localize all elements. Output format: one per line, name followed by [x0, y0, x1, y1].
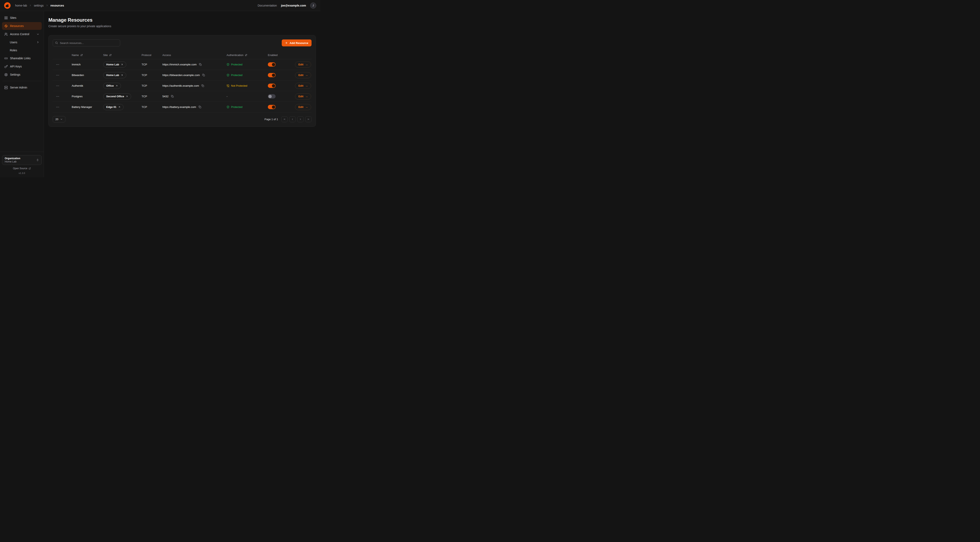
column-header-name[interactable]: Name [72, 54, 83, 57]
chevron-right-icon [37, 41, 40, 44]
resource-access: https://immich.example.com [162, 63, 197, 66]
main-content: Manage Resources Create secure proxies t… [44, 11, 320, 177]
chevron-right-icon [299, 118, 302, 121]
avatar[interactable]: J [310, 2, 316, 9]
external-link-icon [121, 63, 123, 66]
topbar-right: Documentation joe@example.com J [258, 2, 316, 9]
search-input[interactable] [53, 40, 120, 46]
row-menu-button[interactable]: ⋯ [56, 63, 59, 66]
topbar-left: home-lab settings resources [4, 2, 64, 9]
external-link-icon [121, 74, 123, 77]
sidebar-item-users[interactable]: Users [2, 38, 42, 46]
resource-protocol: TCP [142, 73, 162, 77]
sidebar-item-access-control[interactable]: Access Control [2, 30, 42, 38]
resource-protocol: TCP [142, 63, 162, 66]
sidebar-item-server-admin[interactable]: Server Admin [2, 84, 42, 91]
external-link-icon [118, 106, 121, 108]
edit-button[interactable]: Edit→ [295, 72, 311, 78]
table-row: ⋯BitwardenHome LabTCPhttps://bitwarden.e… [53, 70, 312, 80]
enabled-toggle[interactable] [268, 62, 275, 67]
arrow-right-icon: → [305, 95, 308, 98]
site-link-button[interactable]: Office [103, 83, 121, 89]
app-logo-icon[interactable] [4, 2, 11, 9]
server-icon [4, 86, 8, 89]
auth-status: Protected [227, 63, 242, 66]
organization-selector[interactable]: Organization Home Lab [2, 155, 42, 165]
external-link-icon [126, 95, 128, 98]
table-row: ⋯ImmichHome LabTCPhttps://immich.example… [53, 59, 312, 70]
copy-icon[interactable] [199, 63, 202, 66]
copy-icon[interactable] [170, 95, 174, 98]
site-link-button[interactable]: Home Lab [103, 62, 126, 68]
sidebar-item-sites[interactable]: Sites [2, 14, 42, 22]
edit-button[interactable]: Edit→ [295, 93, 311, 99]
sidebar-item-label: API Keys [10, 65, 40, 68]
auth-status: Protected [227, 73, 242, 77]
table-row: ⋯Battery ManagerEdge 01TCPhttps://batter… [53, 102, 312, 112]
resource-name: Bitwarden [72, 73, 103, 77]
row-menu-button[interactable]: ⋯ [56, 84, 59, 88]
site-link-button[interactable]: Home Lab [103, 72, 126, 78]
documentation-link[interactable]: Documentation [258, 4, 277, 7]
copy-icon[interactable] [202, 73, 205, 77]
table-row: ⋯PostgresSecond OfficeTCP5432-Edit→ [53, 91, 312, 102]
sidebar-item-label: Sites [10, 16, 40, 19]
table-footer: 20 Page 1 of 1 [53, 116, 312, 123]
sidebar-item-label: Resources [10, 24, 40, 27]
column-header-site[interactable]: Site [103, 54, 112, 57]
sidebar-item-roles[interactable]: Roles [2, 46, 42, 54]
row-menu-button[interactable]: ⋯ [56, 95, 59, 98]
enabled-toggle[interactable] [268, 73, 275, 77]
sidebar-item-resources[interactable]: Resources [2, 22, 42, 30]
chevron-down-icon [37, 33, 40, 36]
breadcrumb-settings[interactable]: settings [34, 4, 43, 7]
enabled-toggle[interactable] [268, 94, 275, 99]
site-link-button[interactable]: Edge 01 [103, 104, 124, 110]
user-email[interactable]: joe@example.com [281, 4, 306, 7]
breadcrumb-org[interactable]: home-lab [15, 4, 27, 7]
toggle-knob [269, 95, 272, 98]
external-link-icon [29, 167, 31, 170]
resource-name: Postgres [72, 95, 103, 98]
open-source-link[interactable]: Open Source [2, 167, 42, 170]
sidebar-nav: Sites Resources Access Control [2, 14, 42, 91]
enabled-toggle[interactable] [268, 84, 275, 88]
resources-card: Add Resource Name Site [48, 35, 316, 127]
copy-icon[interactable] [201, 84, 205, 88]
edit-button[interactable]: Edit→ [295, 62, 311, 68]
row-menu-button[interactable]: ⋯ [56, 105, 59, 109]
next-page-button[interactable] [297, 116, 304, 122]
open-source-label: Open Source [13, 167, 27, 170]
column-header-enabled: Enabled [268, 54, 278, 57]
sidebar-item-settings[interactable]: Settings [2, 71, 42, 78]
previous-page-button[interactable] [289, 116, 296, 122]
last-page-button[interactable] [305, 116, 312, 122]
first-page-button[interactable] [281, 116, 288, 122]
sidebar-item-label: Users [10, 41, 34, 44]
app-root: home-lab settings resources Documentatio… [0, 0, 320, 177]
page-title: Manage Resources [48, 17, 316, 23]
resources-table: Name Site Protocol Access [53, 51, 312, 112]
sidebar-item-label: Shareable Links [10, 57, 40, 60]
enabled-toggle[interactable] [268, 105, 275, 109]
column-header-protocol: Protocol [142, 54, 151, 57]
resources-table-body: ⋯ImmichHome LabTCPhttps://immich.example… [53, 59, 312, 112]
column-header-authentication[interactable]: Authentication [227, 54, 247, 57]
row-menu-button[interactable]: ⋯ [56, 73, 59, 77]
site-link-button[interactable]: Second Office [103, 93, 131, 99]
waypoints-icon [4, 24, 8, 28]
chevrons-left-icon [283, 118, 286, 121]
shield-off-icon [227, 84, 229, 87]
edit-button[interactable]: Edit→ [295, 83, 311, 89]
column-header-access: Access [162, 54, 171, 57]
sidebar: Sites Resources Access Control [0, 11, 44, 177]
shield-check-icon [227, 63, 229, 66]
sidebar-item-api-keys[interactable]: API Keys [2, 62, 42, 70]
sidebar-item-label: Server Admin [10, 86, 40, 89]
page-size-select[interactable]: 20 [53, 116, 65, 123]
edit-button[interactable]: Edit→ [295, 104, 311, 110]
copy-icon[interactable] [198, 105, 202, 109]
sidebar-item-shareable-links[interactable]: Shareable Links [2, 54, 42, 62]
resource-protocol: TCP [142, 95, 162, 98]
add-resource-button[interactable]: Add Resource [282, 40, 312, 46]
